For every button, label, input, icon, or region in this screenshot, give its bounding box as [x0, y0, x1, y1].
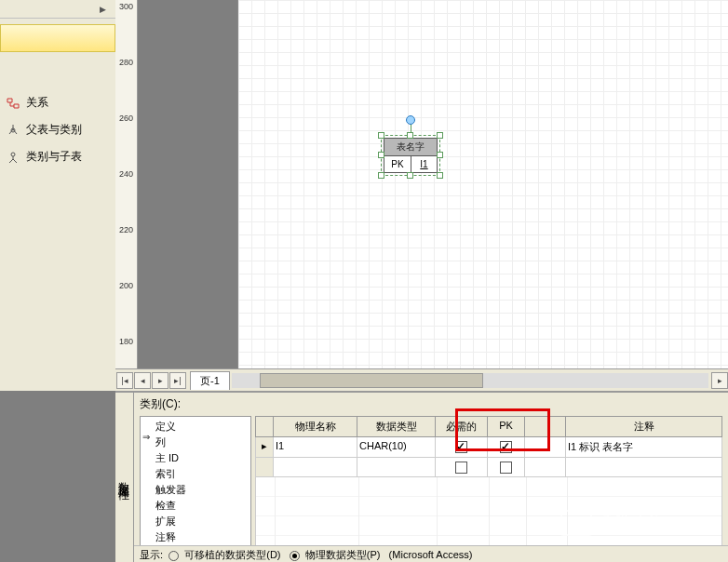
radio-portable[interactable] — [169, 551, 179, 561]
category-child-icon — [6, 150, 20, 165]
ruler-tick: 240 — [115, 169, 137, 179]
resize-handle-w[interactable] — [378, 152, 384, 158]
parent-category-icon — [6, 123, 20, 138]
grid-header-spacer — [525, 416, 566, 437]
ruler-tick: 220 — [115, 225, 137, 234]
entity-pk-cell[interactable]: PK — [384, 156, 411, 173]
vertical-ruler: 300 280 260 240 220 200 180 — [115, 0, 138, 368]
ruler-tick: 260 — [115, 114, 137, 123]
page-nav-prev[interactable]: ◂ — [134, 372, 151, 389]
category-tree[interactable]: 定义 ⇒ 列 主 ID 索引 触发器 检查 扩展 注释 — [140, 416, 251, 546]
grid-row[interactable]: ▸ I1 CHAR(10) I1 标识 表名字 — [255, 437, 722, 458]
grid-header-pk[interactable]: PK — [488, 416, 525, 437]
page-tab[interactable]: 页-1 — [190, 371, 230, 390]
cell-notes[interactable]: I1 标识 表名字 — [566, 437, 722, 458]
page-nav-last[interactable]: ▸| — [169, 372, 186, 389]
relationship-icon — [6, 96, 20, 111]
checkbox-required[interactable] — [455, 441, 467, 453]
show-label: 显示: — [140, 549, 163, 560]
grid-header-notes[interactable]: 注释 — [566, 416, 722, 437]
hscroll-thumb[interactable] — [260, 373, 483, 388]
resize-handle-s[interactable] — [407, 172, 413, 179]
page-tab-bar: |◂ ◂ ▸ ▸| 页-1 ▸ — [115, 368, 728, 391]
resize-handle-n[interactable] — [407, 132, 413, 139]
tree-item-check[interactable]: 检查 — [142, 498, 249, 514]
selected-stencil-bar[interactable] — [0, 24, 115, 52]
left-gap — [0, 391, 115, 562]
ruler-tick: 280 — [115, 58, 137, 67]
resize-handle-nw[interactable] — [378, 132, 384, 139]
tree-item-notes[interactable]: 注释 — [142, 529, 249, 545]
stencil-item-parent-category[interactable]: 父表与类别 — [4, 116, 112, 143]
columns-grid: 物理名称 数据类型 必需的 PK 注释 ▸ I1 CHAR(10) I1 标识 … — [255, 416, 722, 546]
expand-arrow-icon[interactable]: ▶ — [100, 5, 106, 14]
hscroll-track[interactable] — [232, 373, 708, 388]
stencil-item-category-child[interactable]: 类别与子表 — [4, 143, 112, 170]
stencil-item-label: 父表与类别 — [26, 122, 82, 138]
stencil-item-label: 类别与子表 — [26, 149, 82, 165]
checkbox-pk[interactable] — [500, 441, 512, 453]
grid-header-rowselector — [255, 416, 274, 437]
resize-handle-e[interactable] — [437, 152, 443, 158]
resize-handle-sw[interactable] — [378, 172, 384, 179]
drawing-canvas-viewport[interactable]: 表名字 PK I1 — [138, 0, 728, 368]
page-nav-next[interactable]: ▸ — [152, 372, 169, 389]
resize-handle-ne[interactable] — [437, 132, 443, 139]
cell-datatype[interactable]: CHAR(10) — [357, 437, 436, 458]
grid-empty-area — [255, 477, 722, 546]
checkbox-pk-empty[interactable] — [500, 462, 512, 474]
tree-item-primary-id[interactable]: 主 ID — [142, 450, 249, 466]
entity-shape[interactable]: 表名字 PK I1 — [384, 138, 438, 173]
left-stencil-panel: ▶ 关系 父表与类别 类别与子表 — [0, 0, 115, 391]
entity-colname-cell[interactable]: I1 — [411, 156, 438, 173]
ruler-tick: 300 — [115, 2, 137, 11]
ruler-tick: 200 — [115, 281, 137, 290]
cell-pk[interactable] — [488, 437, 525, 458]
tree-item-columns[interactable]: 列 — [142, 435, 249, 450]
vertical-tab-db-props[interactable]: 数据库属性 — [115, 393, 134, 562]
checkbox-required-empty[interactable] — [455, 462, 467, 474]
stencil-toolbar: ▶ — [0, 0, 115, 19]
tree-item-triggers[interactable]: 触发器 — [142, 482, 249, 498]
svg-point-1 — [11, 153, 15, 156]
db-driver-label: (Microsoft Access) — [389, 549, 473, 560]
grid-row-empty[interactable] — [255, 458, 722, 477]
stencil-item-label: 关系 — [26, 95, 48, 111]
hscroll-right[interactable]: ▸ — [711, 372, 728, 389]
radio-portable-label[interactable]: 可移植的数据类型(D) — [184, 549, 280, 560]
cell-required[interactable] — [436, 437, 488, 458]
cell-physname[interactable]: I1 — [274, 437, 357, 458]
tree-selection-marker-icon: ⇒ — [142, 432, 150, 442]
row-marker[interactable]: ▸ — [255, 437, 274, 458]
grid-header-row: 物理名称 数据类型 必需的 PK 注释 — [255, 416, 722, 437]
radio-physical-label[interactable]: 物理数据类型(P) — [305, 549, 381, 560]
drawing-page[interactable]: 表名字 PK I1 — [238, 0, 728, 368]
row-marker-empty[interactable] — [255, 458, 274, 477]
database-properties-panel: 数据库属性 类别(C): 定义 ⇒ 列 主 ID 索引 触发器 检查 扩展 注释… — [115, 391, 728, 562]
tree-item-definition[interactable]: 定义 — [142, 419, 249, 435]
datatype-display-row: 显示: 可移植的数据类型(D) 物理数据类型(P) (Microsoft Acc… — [134, 545, 728, 562]
tree-item-extended[interactable]: 扩展 — [142, 514, 249, 529]
rotation-handle[interactable] — [406, 115, 415, 125]
page-nav-first[interactable]: |◂ — [116, 372, 133, 389]
grid-header-required[interactable]: 必需的 — [436, 416, 488, 437]
tree-item-indexes[interactable]: 索引 — [142, 466, 249, 482]
ruler-tick: 180 — [115, 337, 137, 346]
cell-extra-id[interactable] — [525, 437, 566, 458]
grid-header-physname[interactable]: 物理名称 — [274, 416, 357, 437]
category-label: 类别(C): — [140, 396, 722, 412]
entity-title[interactable]: 表名字 — [384, 138, 438, 156]
stencil-item-relationship[interactable]: 关系 — [4, 89, 112, 116]
radio-physical[interactable] — [290, 551, 300, 561]
grid-header-datatype[interactable]: 数据类型 — [357, 416, 436, 437]
resize-handle-se[interactable] — [437, 172, 443, 179]
